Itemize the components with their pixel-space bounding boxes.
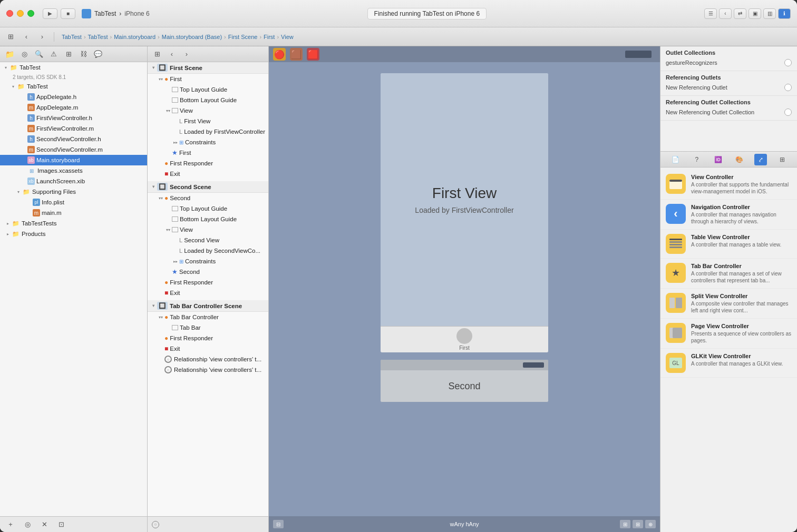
sidebar-toggle-btn[interactable]: ☰ [704, 8, 717, 19]
scene-item-first-view[interactable]: L First View [148, 116, 268, 126]
sidebar-item-mainstoryboard[interactable]: sb Main.storyboard [0, 155, 147, 165]
scene-item-top-layout[interactable]: Top Layout Guide [148, 84, 268, 95]
scene-item-second-view[interactable]: L Second View [148, 235, 268, 245]
scene-item-first-responder-tabbar[interactable]: ● First Responder [148, 333, 268, 343]
back-forward-btn[interactable]: ‹ [719, 8, 732, 19]
filter-btn[interactable]: ⊞ [62, 48, 75, 61]
back-btn[interactable]: ‹ [20, 31, 33, 43]
new-ref-collection-circle[interactable] [784, 109, 792, 116]
sidebar-item-tabtest-group[interactable]: 📁 TabTest [0, 81, 147, 92]
sidebar-item-xcassets[interactable]: ⊞ Images.xcassets [0, 165, 147, 176]
scene-item-constraints-first[interactable]: ▸ ⊞ Constraints [148, 137, 268, 147]
expand-first-scene[interactable] [150, 64, 157, 72]
search-btn[interactable]: 🔍 [33, 48, 45, 61]
sidebar-item-appdelegate-m[interactable]: m AppDelegate.m [0, 102, 147, 113]
first-view-frame[interactable]: First View Loaded by FirstViewController… [380, 73, 549, 353]
folder-icon-btn[interactable]: 📁 [3, 48, 16, 61]
layout-h-btn[interactable]: ⊞ [633, 520, 643, 528]
zoom-out-btn[interactable]: ⊟ [273, 520, 284, 528]
scene-header-tabbar[interactable]: 🔲 Tab Bar Controller Scene [148, 300, 268, 312]
component-navigation-controller[interactable]: ‹ Navigation Controller A controller tha… [660, 200, 797, 230]
scene-item-relationship-2[interactable]: ○ Relationship 'view controllers' t... [148, 364, 268, 375]
expand-products[interactable] [4, 230, 12, 238]
canvas-main[interactable]: First View Loaded by FirstViewController… [269, 62, 660, 516]
scene-header-first[interactable]: 🔲 First Scene [148, 62, 268, 74]
scene-item-constraints-second[interactable]: ▸ ⊞ Constraints [148, 256, 268, 267]
canvas-icon-3[interactable]: 🟥 [307, 48, 319, 61]
gesture-circle[interactable] [784, 59, 792, 66]
expand-tabtesttests[interactable] [4, 220, 12, 227]
sidebar-item-secondvc-m[interactable]: m SecondViewController.m [0, 144, 147, 155]
connections-inspector-btn[interactable]: ⤤ [754, 154, 767, 165]
scene-item-top-layout-second[interactable]: Top Layout Guide [148, 203, 268, 214]
sidebar-item-supporting-files[interactable]: 📁 Supporting Files [0, 186, 147, 197]
scene-item-view-second[interactable]: ▾ View [148, 224, 268, 235]
sidebar-item-firstvc-m[interactable]: m FirstViewController.m [0, 123, 147, 134]
canvas-icon-1[interactable]: 🔴 [273, 48, 286, 61]
component-tableview-controller[interactable]: Table View Controller A controller that … [660, 230, 797, 259]
hierarchy-btn[interactable]: ⊞ [4, 31, 17, 43]
sidebar-item-tabtest-root[interactable]: 📁 TabTest [0, 62, 147, 73]
breadcrumb-tabtest2[interactable]: TabTest [88, 34, 108, 40]
component-view-controller[interactable]: View Controller A controller that suppor… [660, 170, 797, 200]
source-control-btn[interactable]: ◎ [21, 518, 34, 531]
attributes-inspector-btn[interactable]: 🎨 [733, 154, 746, 165]
scene-item-second-star[interactable]: ★ Second [148, 267, 268, 277]
scene-item-view[interactable]: ▾ View [148, 105, 268, 116]
scene-item-exit-tabbar[interactable]: ■ Exit [148, 343, 268, 354]
zoom-in-btn[interactable]: ⊕ [645, 520, 656, 528]
layout-btn[interactable]: ▣ [749, 8, 761, 19]
scene-item-first-star[interactable]: ★ First [148, 147, 268, 158]
quick-help-btn[interactable]: ? [691, 154, 703, 165]
second-view-frame[interactable]: Second [380, 359, 549, 402]
size-inspector-btn[interactable]: ⊞ [776, 154, 789, 165]
scene-item-first-responder[interactable]: ● First Responder [148, 158, 268, 169]
scene-item-bottom-layout[interactable]: Bottom Layout Guide [148, 95, 268, 105]
bubble-btn[interactable]: 💬 [92, 48, 104, 61]
filter-sidebar-btn[interactable]: ⊡ [55, 518, 67, 531]
breadcrumb-view[interactable]: View [281, 34, 294, 40]
breadcrumb-mainstoryboard[interactable]: Main.storyboard [114, 34, 155, 40]
expand-second-scene[interactable] [150, 183, 157, 191]
tab-item-first[interactable]: First [456, 328, 472, 351]
scene-item-first-vc[interactable]: ▾ ● First [148, 74, 268, 84]
scene-item-relationship-1[interactable]: ○ Relationship 'view controllers' t... [148, 354, 268, 364]
stop-button[interactable]: ■ [61, 8, 75, 19]
scene-item-bottom-layout-second[interactable]: Bottom Layout Guide [148, 214, 268, 224]
scene-header-second[interactable]: 🔲 Second Scene [148, 181, 268, 193]
inspector-toggle-btn[interactable]: ℹ [778, 8, 791, 19]
sidebar-item-products[interactable]: 📁 Products [0, 229, 147, 239]
forward-btn[interactable]: › [36, 31, 48, 43]
new-ref-outlet-circle[interactable] [784, 84, 792, 91]
canvas-icon-2[interactable]: 🟫 [290, 48, 303, 61]
sidebar-item-firstvc-h[interactable]: h FirstViewController.h [0, 113, 147, 123]
hide-btn[interactable]: ✕ [38, 518, 51, 531]
breadcrumb-tabtest[interactable]: TabTest [62, 34, 82, 40]
scene-item-second-vc[interactable]: ▾ ● Second [148, 193, 268, 203]
scene-item-loaded-firstvc[interactable]: L Loaded by FirstViewController [148, 126, 268, 137]
sidebar-item-infoplist[interactable]: pl Info.plist [0, 197, 147, 208]
file-inspector-btn[interactable]: 📄 [669, 154, 682, 165]
sidebar-item-appdelegate-h[interactable]: h AppDelegate.h [0, 92, 147, 102]
scene-back-btn[interactable]: ‹ [166, 48, 178, 61]
breadcrumb-firstscene[interactable]: First Scene [228, 34, 258, 40]
scene-filter-btn[interactable]: ○ [152, 521, 159, 528]
breadcrumb-first[interactable]: First [264, 34, 275, 40]
scene-hierarchy-btn[interactable]: ⊞ [151, 48, 163, 61]
editor-mode-btn[interactable]: ⇄ [734, 8, 746, 19]
expand-tabtest[interactable] [2, 64, 9, 71]
sidebar-item-tabtesttests[interactable]: 📁 TabTestTests [0, 218, 147, 229]
component-tabbar-controller[interactable]: ★ Tab Bar Controller A controller that m… [660, 259, 797, 289]
scene-item-exit-second[interactable]: ■ Exit [148, 288, 268, 298]
expand-supporting[interactable] [15, 188, 22, 195]
component-pageview-controller[interactable]: Page View Controller Presents a sequence… [660, 319, 797, 349]
locate-btn[interactable]: ◎ [18, 48, 31, 61]
component-splitview-controller[interactable]: Split View Controller A composite view c… [660, 289, 797, 319]
sidebar-item-launchscreen[interactable]: xb LaunchScreen.xib [0, 176, 147, 186]
minimize-button[interactable] [17, 10, 24, 17]
component-glkit-controller[interactable]: GL GLKit View Controller A controller th… [660, 349, 797, 378]
warning-btn[interactable]: ⚠ [47, 48, 60, 61]
maximize-button[interactable] [27, 10, 34, 17]
link-btn[interactable]: ⛓ [77, 48, 90, 61]
scene-item-tabbar-controller[interactable]: ▾ ● Tab Bar Controller [148, 312, 268, 322]
